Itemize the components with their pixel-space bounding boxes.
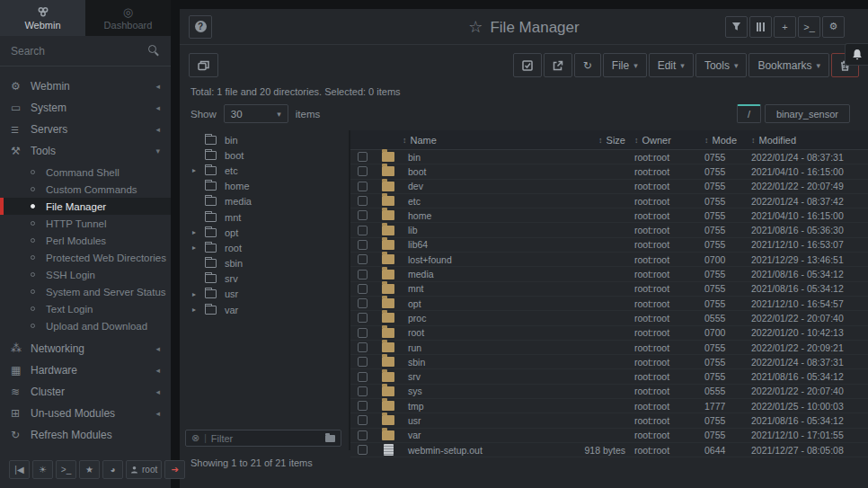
table-row[interactable]: media root:root 0755 2021/08/16 - 05:34:… — [350, 267, 868, 281]
table-row[interactable]: mnt root:root 0755 2021/08/16 - 05:34:12 — [350, 282, 868, 297]
row-checkbox[interactable] — [358, 415, 368, 425]
table-row[interactable]: boot root:root 0755 2021/04/10 - 16:15:0… — [350, 164, 868, 179]
tree-item[interactable]: home — [180, 179, 349, 194]
row-checkbox[interactable] — [358, 372, 368, 382]
page-size-select[interactable]: 30 ▾ — [224, 104, 288, 123]
file-name[interactable]: root — [403, 327, 555, 338]
file-name[interactable]: var — [403, 430, 555, 440]
tree-item[interactable]: bin — [180, 132, 349, 147]
tree-item[interactable]: var — [180, 302, 349, 317]
table-row[interactable]: srv root:root 0755 2021/08/16 - 05:34:12 — [350, 369, 868, 384]
sidebar-search[interactable]: Search — [0, 36, 171, 67]
tree-item[interactable]: mnt — [180, 209, 349, 225]
row-checkbox[interactable] — [358, 166, 368, 176]
file-name[interactable]: proc — [403, 313, 555, 324]
column-header-owner[interactable]: Owner — [634, 135, 704, 146]
expand-arrow-icon[interactable] — [192, 306, 205, 314]
sidebar-section[interactable]: Networking — [0, 338, 171, 359]
language-button[interactable]: ◕ — [102, 460, 123, 479]
select-all-button[interactable] — [513, 53, 542, 77]
table-row[interactable]: usr root:root 0755 2021/08/16 - 05:34:12 — [350, 413, 868, 428]
tree-item[interactable]: root — [180, 240, 349, 255]
columns-button[interactable] — [749, 16, 772, 38]
tree-item[interactable]: usr — [180, 287, 349, 302]
new-window-button[interactable] — [189, 53, 218, 77]
row-checkbox[interactable] — [358, 328, 368, 338]
toolbar-menu[interactable]: Edit ▾ — [649, 53, 694, 77]
sidebar-item[interactable]: Custom Commands — [0, 181, 171, 198]
sidebar-section[interactable]: Un-used Modules — [0, 403, 171, 424]
tree-item[interactable]: etc — [180, 163, 349, 178]
tree-filter[interactable]: ⊗ | Filter — [185, 430, 341, 447]
row-checkbox[interactable] — [358, 342, 368, 352]
tree-item[interactable]: boot — [180, 147, 349, 163]
expand-arrow-icon[interactable] — [192, 244, 205, 252]
file-name[interactable]: usr — [403, 415, 555, 426]
table-row[interactable]: run root:root 0755 2022/01/22 - 20:09:21 — [350, 341, 868, 355]
row-checkbox[interactable] — [358, 357, 368, 367]
expand-arrow-icon[interactable] — [192, 290, 205, 298]
sidebar-item[interactable]: Text Login — [0, 300, 171, 317]
tree-item[interactable]: opt — [180, 225, 349, 240]
row-checkbox[interactable] — [358, 313, 368, 323]
sidebar-section[interactable]: Cluster — [0, 381, 171, 403]
file-name[interactable]: dev — [403, 181, 555, 191]
sidebar-item[interactable]: SSH Login — [0, 266, 171, 283]
row-checkbox[interactable] — [358, 152, 368, 162]
file-name[interactable]: lib64 — [403, 239, 555, 250]
clear-filter-icon[interactable]: ⊗ — [191, 432, 199, 444]
breadcrumb-root[interactable]: / — [737, 104, 761, 123]
row-checkbox[interactable] — [358, 386, 368, 396]
expand-arrow-icon[interactable] — [192, 166, 205, 174]
sidebar-section[interactable]: Servers — [0, 119, 171, 140]
table-row[interactable]: proc root:root 0555 2022/01/22 - 20:07:4… — [350, 311, 868, 325]
table-row[interactable]: opt root:root 0755 2021/12/10 - 16:54:57 — [350, 297, 868, 311]
file-name[interactable]: opt — [403, 298, 555, 309]
column-header-size[interactable]: Size — [555, 135, 634, 146]
sidebar-item[interactable]: Perl Modules — [0, 232, 171, 249]
row-checkbox[interactable] — [358, 298, 368, 308]
row-checkbox[interactable] — [358, 401, 368, 411]
terminal-button[interactable]: >_ — [56, 460, 76, 479]
favorites-star-button[interactable]: ★ — [79, 460, 100, 479]
table-row[interactable]: var root:root 0755 2021/12/10 - 17:01:55 — [350, 429, 868, 443]
sidebar-section[interactable]: System — [0, 97, 171, 119]
expand-arrow-icon[interactable] — [192, 228, 205, 236]
row-checkbox[interactable] — [358, 196, 368, 206]
logout-button[interactable]: ➔ — [164, 460, 185, 479]
sidebar-section[interactable]: Hardware — [0, 359, 171, 381]
notifications-tab[interactable] — [845, 43, 868, 66]
tab-webmin[interactable]: Webmin — [0, 0, 85, 36]
toolbar-menu[interactable]: Tools ▾ — [695, 53, 748, 77]
row-checkbox[interactable] — [358, 210, 368, 220]
row-checkbox[interactable] — [358, 240, 368, 250]
tree-item[interactable]: srv — [180, 271, 349, 287]
file-name[interactable]: sys — [403, 386, 555, 396]
tab-dashboard[interactable]: ◎ Dashboard — [85, 0, 171, 36]
row-checkbox[interactable] — [358, 430, 368, 440]
favorite-star-icon[interactable]: ☆ — [468, 18, 483, 36]
file-name[interactable]: tmp — [403, 401, 555, 412]
sidebar-item[interactable]: Command Shell — [0, 164, 171, 181]
sidebar-section[interactable]: Refresh Modules — [0, 424, 171, 446]
file-name[interactable]: boot — [403, 166, 555, 177]
table-row[interactable]: lost+found root:root 0700 2021/12/29 - 1… — [350, 253, 868, 267]
toolbar-menu[interactable]: Bookmarks ▾ — [748, 53, 829, 77]
row-checkbox[interactable] — [358, 226, 368, 235]
sidebar-item[interactable]: System and Server Status — [0, 283, 171, 300]
file-name[interactable]: srv — [403, 371, 555, 382]
help-button[interactable]: ? — [189, 15, 212, 39]
table-row[interactable]: sys root:root 0555 2022/01/22 - 20:07:40 — [350, 385, 868, 399]
table-row[interactable]: tmp root:root 1777 2022/01/25 - 10:00:03 — [350, 399, 868, 413]
sidebar-item[interactable]: File Manager — [0, 198, 171, 215]
row-checkbox[interactable] — [358, 254, 368, 264]
file-name[interactable]: etc — [403, 196, 555, 207]
file-name[interactable]: bin — [403, 152, 555, 163]
sidebar-item[interactable]: Protected Web Directories — [0, 249, 171, 266]
file-name[interactable]: media — [403, 269, 555, 279]
add-button[interactable]: + — [774, 16, 796, 38]
column-header-mode[interactable]: Mode — [704, 135, 751, 146]
user-button[interactable]: root — [126, 460, 162, 479]
file-name[interactable]: lost+found — [403, 254, 555, 265]
row-checkbox[interactable] — [358, 182, 368, 191]
